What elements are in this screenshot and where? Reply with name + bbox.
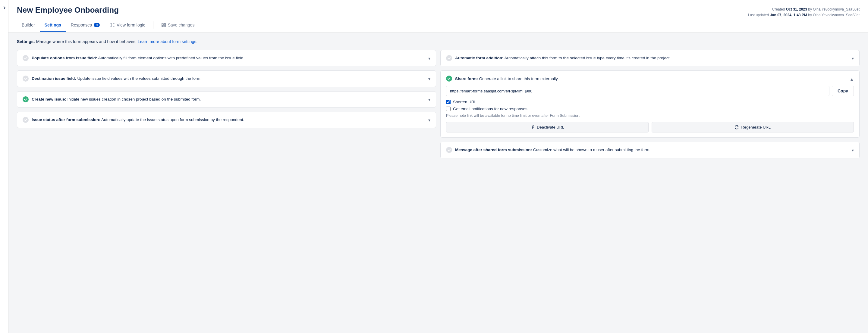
toolbar-divider — [153, 21, 153, 29]
settings-grid: Populate options from issue field: Autom… — [17, 50, 860, 158]
share-form-chevron[interactable]: ▲ — [849, 77, 854, 81]
toolbar-actions: View form logic Save changes — [104, 18, 200, 32]
content-area: Settings: Manage where this form appears… — [8, 33, 868, 333]
destination-card: Destination issue field: Update issue fi… — [17, 70, 436, 87]
meta-updated: Last updated Jun 07, 2024, 1:43 PM by Ol… — [748, 12, 860, 18]
auto-form-chevron[interactable]: ▾ — [852, 56, 854, 61]
share-form-title: Share form: Generate a link to share thi… — [455, 76, 846, 81]
email-notif-checkbox[interactable] — [446, 107, 451, 111]
share-form-card: Share form: Generate a link to share thi… — [440, 70, 860, 138]
message-after-icon — [446, 147, 452, 153]
top-header: New Employee Onboarding Builder Settings… — [8, 0, 868, 33]
issue-status-icon — [23, 117, 29, 123]
populate-title: Populate options from issue field: Autom… — [32, 56, 244, 60]
action-buttons-row: Deactivate URL Regenerate URL — [446, 122, 854, 132]
auto-form-card: Automatic form addition: Automatically a… — [440, 50, 860, 66]
save-icon — [161, 23, 166, 27]
responses-badge: 9 — [94, 23, 100, 27]
share-form-header: Share form: Generate a link to share thi… — [446, 75, 854, 81]
save-changes-button[interactable]: Save changes — [156, 20, 200, 30]
url-row: Copy — [446, 86, 854, 96]
page-title: New Employee Onboarding — [17, 5, 200, 18]
title-and-tabs: New Employee Onboarding Builder Settings… — [17, 5, 200, 32]
issue-status-body: Issue status after form submission: Auto… — [32, 117, 425, 123]
header-meta: Created Oct 31, 2023 by Olha Yevdokymova… — [748, 5, 860, 18]
issue-status-title: Issue status after form submission: Auto… — [32, 118, 244, 122]
left-column: Populate options from issue field: Autom… — [17, 50, 436, 158]
svg-rect-1 — [163, 23, 164, 24]
create-issue-icon — [23, 96, 29, 102]
regenerate-url-button[interactable]: Regenerate URL — [652, 122, 854, 132]
create-issue-card: Create new issue: Initiate new issues cr… — [17, 91, 436, 107]
sidebar-toggle[interactable] — [0, 0, 8, 333]
message-after-title: Message after shared form submission: Cu… — [455, 147, 650, 152]
message-after-body: Message after shared form submission: Cu… — [455, 147, 849, 153]
regenerate-icon — [735, 125, 739, 130]
email-notif-row: Get email notifications for new response… — [446, 107, 854, 111]
populate-chevron[interactable]: ▾ — [428, 56, 430, 61]
shorten-url-label: Shorten URL — [453, 100, 476, 104]
issue-status-card: Issue status after form submission: Auto… — [17, 112, 436, 128]
create-issue-body: Create new issue: Initiate new issues cr… — [32, 96, 425, 102]
tab-responses[interactable]: Responses 9 — [66, 19, 104, 32]
populate-card: Populate options from issue field: Autom… — [17, 50, 436, 66]
app-wrapper: New Employee Onboarding Builder Settings… — [0, 0, 868, 333]
share-url-input[interactable] — [446, 86, 830, 96]
auto-form-title: Automatic form addition: Automatically a… — [455, 56, 671, 60]
share-note: Please note link will be available for n… — [446, 113, 854, 118]
settings-intro: Settings: Manage where this form appears… — [17, 39, 860, 44]
populate-body: Populate options from issue field: Autom… — [32, 55, 425, 61]
create-issue-chevron[interactable]: ▾ — [428, 97, 430, 102]
view-form-logic-button[interactable]: View form logic — [104, 20, 151, 30]
tab-builder[interactable]: Builder — [17, 19, 40, 32]
email-notif-label: Get email notifications for new response… — [453, 107, 527, 111]
tab-settings[interactable]: Settings — [40, 19, 66, 32]
share-form-icon — [446, 75, 452, 81]
message-after-chevron[interactable]: ▾ — [852, 148, 854, 153]
shorten-url-row: Shorten URL — [446, 100, 854, 104]
auto-form-body: Automatic form addition: Automatically a… — [455, 55, 849, 61]
logic-icon — [110, 23, 115, 27]
destination-chevron[interactable]: ▾ — [428, 76, 430, 81]
shorten-url-checkbox[interactable] — [446, 100, 451, 104]
learn-more-link[interactable]: Learn more about form settings. — [138, 39, 197, 44]
destination-body: Destination issue field: Update issue fi… — [32, 75, 425, 81]
tabs-row: Builder Settings Responses 9 — [17, 18, 200, 32]
main-content: New Employee Onboarding Builder Settings… — [8, 0, 868, 333]
deactivate-icon — [530, 125, 535, 130]
destination-icon — [23, 75, 29, 81]
right-column: Automatic form addition: Automatically a… — [440, 50, 860, 158]
create-issue-title: Create new issue: Initiate new issues cr… — [32, 97, 201, 101]
auto-form-icon — [446, 55, 452, 61]
meta-created: Created Oct 31, 2023 by Olha Yevdokymova… — [748, 7, 860, 12]
populate-icon — [23, 55, 29, 61]
issue-status-chevron[interactable]: ▾ — [428, 118, 430, 123]
deactivate-url-button[interactable]: Deactivate URL — [446, 122, 649, 132]
copy-button[interactable]: Copy — [832, 86, 854, 96]
message-after-card: Message after shared form submission: Cu… — [440, 142, 860, 158]
destination-title: Destination issue field: Update issue fi… — [32, 76, 202, 81]
